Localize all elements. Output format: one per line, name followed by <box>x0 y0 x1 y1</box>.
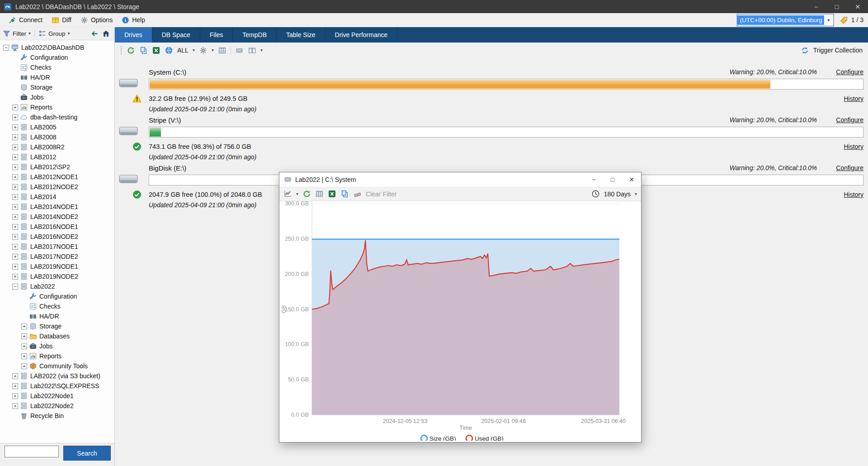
expand-icon[interactable]: + <box>12 264 18 270</box>
configure-link[interactable]: Configure <box>836 68 863 76</box>
tree-item-checks[interactable]: Checks <box>0 301 114 311</box>
expand-icon[interactable]: + <box>12 134 18 140</box>
expand-icon[interactable]: + <box>12 403 18 409</box>
scope-label[interactable]: ALL <box>177 47 189 54</box>
filter-icon[interactable] <box>3 30 10 38</box>
expand-icon[interactable]: + <box>12 204 18 210</box>
tree-item-lab2012node2[interactable]: +LAB2012NODE2 <box>0 182 114 192</box>
tree-item-dba-dash-testing[interactable]: +dba-dash-testing <box>0 112 114 122</box>
expand-icon[interactable]: + <box>12 124 18 130</box>
expand-icon[interactable]: + <box>12 174 18 180</box>
expand-icon[interactable]: + <box>12 383 18 389</box>
tree-item-lab2008[interactable]: +LAB2008 <box>0 132 114 142</box>
history-link[interactable]: History <box>844 143 863 150</box>
tab-tempdb[interactable]: TempDB <box>233 27 277 43</box>
tree-item-lab2019node1[interactable]: +LAB2019NODE1 <box>0 262 114 271</box>
expand-icon[interactable]: + <box>12 214 18 220</box>
excel-export-icon[interactable] <box>328 190 336 198</box>
tree-item-storage[interactable]: +Storage <box>0 321 114 331</box>
expand-icon[interactable]: + <box>12 244 18 250</box>
tree-item-lab2019node2[interactable]: +LAB2019NODE2 <box>0 271 114 281</box>
connect-button[interactable]: Connect <box>5 15 47 25</box>
tree-item-databases[interactable]: +Databases <box>0 331 114 341</box>
close-button[interactable]: ✕ <box>622 172 641 187</box>
tree-item-configuration[interactable]: Configuration <box>0 291 114 301</box>
tree-item-lab2012-sp2[interactable]: +LAB2012\SP2 <box>0 162 114 172</box>
copy-icon[interactable] <box>139 46 148 55</box>
chevron-down-icon[interactable]: ▾ <box>635 192 637 196</box>
maximize-button[interactable]: □ <box>603 172 622 187</box>
copy-icon[interactable] <box>340 190 349 198</box>
tree-item-lab2012node1[interactable]: +LAB2012NODE1 <box>0 172 114 182</box>
chevron-down-icon[interactable]: ▾ <box>212 48 214 52</box>
tree-item-lab2008r2[interactable]: +LAB2008R2 <box>0 142 114 152</box>
tree-item-lab2017node2[interactable]: +LAB2017NODE2 <box>0 252 114 262</box>
trigger-collection-label[interactable]: Trigger Collection <box>813 47 863 54</box>
tree-item-lab2014node2[interactable]: +LAB2014NODE2 <box>0 212 114 222</box>
chevron-down-icon[interactable]: ▾ <box>28 31 31 36</box>
expand-icon[interactable]: + <box>12 184 18 190</box>
group-label[interactable]: Group <box>48 30 66 37</box>
gear-icon[interactable] <box>199 46 208 55</box>
tree-item-jobs[interactable]: +Jobs <box>0 341 114 351</box>
tree-item-configuration[interactable]: Configuration <box>0 52 114 62</box>
tree-item-reports[interactable]: +Reports <box>0 102 114 112</box>
tree-item-recycle-bin[interactable]: Recycle Bin <box>0 411 114 421</box>
tree-item-lab2022[interactable]: −Lab2022 <box>0 281 114 291</box>
tree-item-lab2022node2[interactable]: +Lab2022Node2 <box>0 401 114 411</box>
help-button[interactable]: i Help <box>118 15 149 25</box>
chart-type-icon[interactable] <box>283 190 292 198</box>
tree-item-reports[interactable]: +Reports <box>0 351 114 361</box>
excel-export-icon[interactable] <box>152 46 160 55</box>
close-button[interactable]: ✕ <box>847 0 868 13</box>
expand-icon[interactable]: + <box>12 114 18 120</box>
chevron-down-icon[interactable]: ▾ <box>260 48 263 52</box>
expand-icon[interactable]: + <box>12 105 18 110</box>
maximize-button[interactable]: □ <box>826 0 847 13</box>
tree-item-storage[interactable]: Storage <box>0 82 114 92</box>
toolbar-grip[interactable] <box>120 46 123 54</box>
expand-icon[interactable]: + <box>12 393 18 399</box>
card-view-icon[interactable] <box>248 46 256 55</box>
tree-item-lab2016node1[interactable]: +LAB2016NODE1 <box>0 222 114 232</box>
minimize-button[interactable]: − <box>584 172 603 187</box>
tab-table-size[interactable]: Table Size <box>277 27 326 43</box>
expand-icon[interactable]: + <box>12 154 18 160</box>
globe-icon[interactable] <box>165 46 173 55</box>
tree-item-checks[interactable]: Checks <box>0 62 114 72</box>
expand-icon[interactable]: + <box>12 224 18 230</box>
tree-item-jobs[interactable]: Jobs <box>0 92 114 102</box>
table-view-icon[interactable] <box>218 46 226 55</box>
expand-icon[interactable]: + <box>12 254 18 260</box>
refresh-icon[interactable] <box>127 46 135 55</box>
expand-icon[interactable]: + <box>12 373 18 379</box>
trigger-collection-icon[interactable] <box>801 46 809 55</box>
back-arrow-icon[interactable] <box>91 30 99 38</box>
search-input[interactable] <box>5 446 59 457</box>
tree-item-community-tools[interactable]: +Community Tools <box>0 361 114 371</box>
filter-label[interactable]: Filter <box>13 30 26 37</box>
tree-item-ha-dr[interactable]: HA/DR <box>0 72 114 82</box>
collapse-icon[interactable]: − <box>12 284 18 290</box>
expand-icon[interactable]: + <box>12 144 18 150</box>
tree-item-lab2022-via-s3-bucket[interactable]: +LAB2022 (via S3 bucket) <box>0 371 114 381</box>
minimize-button[interactable]: − <box>806 0 826 13</box>
history-link[interactable]: History <box>844 95 863 102</box>
tree-item-lab2014node1[interactable]: +LAB2014NODE1 <box>0 202 114 212</box>
expand-icon[interactable]: + <box>21 363 27 369</box>
table-view-icon[interactable] <box>315 190 324 198</box>
tab-drive-performance[interactable]: Drive Performance <box>326 27 398 43</box>
collapse-icon[interactable]: − <box>3 45 9 51</box>
expand-icon[interactable]: + <box>21 353 27 359</box>
timezone-select[interactable]: (UTC+00:00) Dublin, Edinburg ▾ <box>737 14 834 26</box>
search-button[interactable]: Search <box>63 446 111 461</box>
options-button[interactable]: Options <box>76 15 117 25</box>
configure-link[interactable]: Configure <box>836 164 863 171</box>
expand-icon[interactable]: + <box>12 194 18 200</box>
tab-drives[interactable]: Drives <box>115 27 152 43</box>
configure-link[interactable]: Configure <box>836 116 863 124</box>
refresh-icon[interactable] <box>302 190 311 198</box>
tree-item-lab2017node1[interactable]: +LAB2017NODE1 <box>0 242 114 252</box>
group-icon[interactable] <box>38 30 46 38</box>
expand-icon[interactable]: + <box>12 164 18 170</box>
